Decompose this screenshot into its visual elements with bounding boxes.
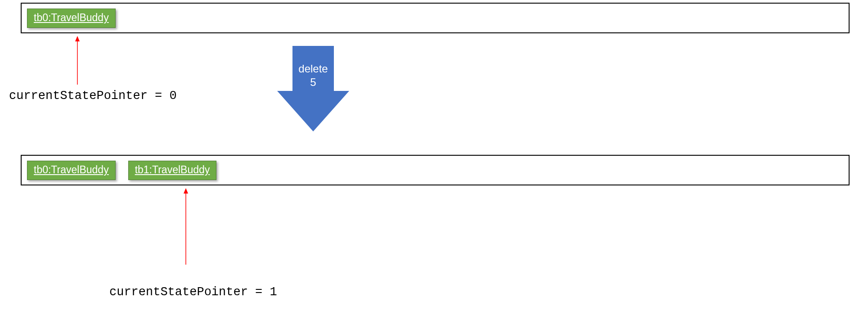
state-container-top: tb0:TravelBuddy bbox=[21, 3, 850, 33]
svg-marker-1 bbox=[75, 36, 80, 41]
transition-arrow-label: delete 5 bbox=[277, 62, 349, 89]
pointer-arrow-top bbox=[74, 36, 81, 86]
svg-marker-4 bbox=[184, 188, 188, 194]
pointer-arrow-bottom bbox=[182, 188, 189, 266]
transition-arrow-line2: 5 bbox=[310, 76, 316, 88]
transition-arrow-line1: delete bbox=[298, 63, 328, 75]
transition-arrow: delete 5 bbox=[277, 46, 349, 131]
pointer-label-bottom: currentStatePointer = 1 bbox=[109, 285, 277, 299]
state-container-bottom: tb0:TravelBuddy tb1:TravelBuddy bbox=[21, 155, 850, 185]
state-box: tb1:TravelBuddy bbox=[128, 161, 217, 180]
pointer-label-top: currentStatePointer = 0 bbox=[9, 89, 177, 103]
state-box: tb0:TravelBuddy bbox=[27, 161, 116, 180]
state-box: tb0:TravelBuddy bbox=[27, 9, 116, 28]
